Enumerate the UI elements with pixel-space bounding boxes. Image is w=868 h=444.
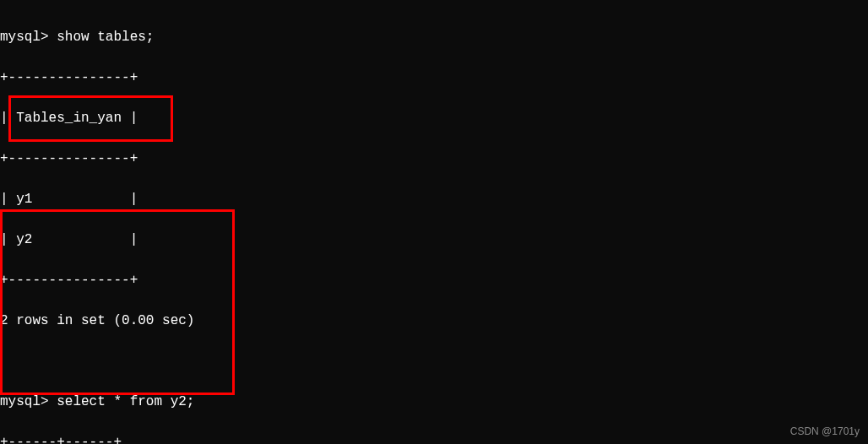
blank-line: [0, 351, 868, 371]
table-border: +---------------+: [0, 68, 868, 88]
result-summary: 2 rows in set (0.00 sec): [0, 311, 868, 331]
prompt-line: mysql> select * from y2;: [0, 392, 868, 412]
prompt-line: mysql> show tables;: [0, 27, 868, 47]
table-border: +------+------+: [0, 432, 868, 444]
terminal-output[interactable]: mysql> show tables; +---------------+ | …: [0, 7, 868, 444]
watermark-text: CSDN @1701y: [790, 424, 860, 439]
table-border: +---------------+: [0, 149, 868, 169]
table-row: | y2 |: [0, 230, 868, 250]
table-row: | y1 |: [0, 189, 868, 209]
table-border: +---------------+: [0, 270, 868, 290]
table-header: | Tables_in_yan |: [0, 108, 868, 128]
